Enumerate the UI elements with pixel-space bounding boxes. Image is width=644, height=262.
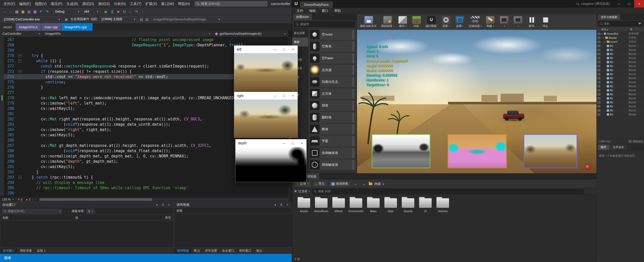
open-file-icon[interactable]: ▦	[20, 9, 26, 14]
step-out-icon[interactable]: ↑	[140, 9, 145, 14]
visibility-eye-icon[interactable]	[597, 49, 600, 51]
window-position-icon[interactable]: ▾	[155, 203, 159, 207]
panel-tab[interactable]: 异常设置	[203, 248, 220, 254]
play-options-button[interactable]: ▾	[499, 16, 509, 28]
drag-handle[interactable]	[352, 42, 354, 51]
panel-tab[interactable]: 世界大纲视图	[598, 14, 620, 20]
visibility-eye-icon[interactable]	[597, 73, 600, 75]
warning-count[interactable]: ▲ 3	[24, 198, 32, 201]
panel-tab[interactable]: 即时窗口	[237, 248, 254, 254]
column-header[interactable]: 类型	[163, 215, 173, 220]
expander-icon[interactable]: ▾	[603, 41, 606, 43]
panel-tab[interactable]: 监视 1	[34, 248, 48, 254]
visibility-eye-icon[interactable]	[597, 113, 600, 116]
pause-button[interactable]: 暂停	[527, 16, 537, 28]
content-search-input[interactable]: 搜索 内容	[312, 189, 584, 194]
drag-handle[interactable]	[352, 53, 354, 63]
folder-tile[interactable]: Vehicles	[435, 198, 451, 213]
outliner-row[interactable]: Blc Blockir	[597, 68, 644, 72]
menu-item[interactable]: 帮助(H)	[176, 0, 192, 8]
close-icon[interactable]: ×	[167, 203, 171, 206]
menu-item[interactable]: 生成(B)	[64, 0, 80, 8]
place-search-input[interactable]: 搜索类	[294, 21, 355, 27]
outliner-search-input[interactable]: 搜索...	[598, 21, 643, 26]
place-actor-item[interactable]: 立方体	[309, 88, 356, 99]
build-button[interactable]: 构建▾	[485, 16, 495, 28]
close-icon[interactable]: ×	[285, 203, 290, 206]
outliner-row[interactable]: Blc Blockir	[597, 92, 644, 96]
folder-tile[interactable]: Effects	[331, 198, 346, 213]
thread-select[interactable]: [23868] 主线程 ▾	[99, 17, 137, 22]
project-tab[interactable]: DesertRallyRace	[300, 2, 333, 8]
zoom-select[interactable]: 133 % ▾	[0, 197, 16, 202]
save-all-button[interactable]: 保存所有	[329, 181, 351, 187]
drag-handle[interactable]	[352, 65, 354, 75]
place-actor-item[interactable]: 空Pawn	[309, 53, 356, 64]
panel-tab[interactable]: 命令窗口	[220, 248, 237, 254]
visibility-eye-icon[interactable]	[597, 53, 600, 55]
place-category[interactable]: 基础	[292, 38, 308, 46]
window-titlebar[interactable]: depth ─ □ ×	[235, 139, 306, 147]
document-tab[interactable]: ImageAPIs.cpp	[61, 23, 93, 31]
undo-icon[interactable]: ↶	[38, 9, 44, 14]
close-icon[interactable]: ×	[634, 0, 644, 8]
drag-handle[interactable]	[352, 124, 354, 134]
place-actor-item[interactable]: 平面	[309, 136, 356, 147]
outliner-row[interactable]: Blc Blockir	[597, 88, 644, 92]
maximize-icon[interactable]: □	[288, 139, 297, 147]
place-actor-item[interactable]: 空Actor	[309, 29, 356, 40]
launch-button[interactable]: ▾	[513, 16, 523, 28]
tab-details[interactable]: 细节	[598, 144, 609, 150]
visibility-eye-icon[interactable]	[597, 37, 600, 39]
editor-horizontal-scrollbar[interactable]	[39, 198, 289, 201]
process-select[interactable]: [23336] CarController.exe ▾	[2, 17, 62, 22]
panel-tab[interactable]: 调用堆栈	[174, 248, 191, 254]
marketplace-button[interactable]: 虚幻商城	[425, 16, 437, 28]
error-count[interactable]: ⊗ 0	[16, 198, 24, 201]
lifecycle-events-icon[interactable]: ◉	[63, 17, 69, 22]
visibility-eye-icon[interactable]	[597, 105, 600, 108]
drag-handle[interactable]	[352, 30, 354, 39]
close-icon[interactable]: ×	[289, 46, 298, 53]
search-forward-icon[interactable]: ›	[68, 209, 70, 213]
folder-tile[interactable]: Maps	[366, 198, 381, 213]
outliner-row[interactable]: Blc Blockir	[597, 64, 644, 68]
column-header[interactable]: 值	[73, 215, 163, 220]
restart-icon[interactable]: ↻	[122, 9, 127, 14]
outliner-row[interactable]: Blc Blockir	[597, 96, 644, 100]
quick-search-input[interactable]: 搜索 (Ctrl+Q)	[194, 1, 267, 7]
drag-handle[interactable]	[352, 148, 354, 158]
modes-button[interactable]: 模式▾	[398, 16, 408, 28]
outliner-row[interactable]: Blc Blockir	[597, 84, 644, 88]
menu-item[interactable]: 视图(V)	[33, 0, 49, 8]
place-actor-item[interactable]: 球体	[309, 100, 356, 111]
outliner-row[interactable]: Blc Blockir	[597, 80, 644, 84]
column-header-label[interactable]: 标签 ▴	[597, 28, 629, 31]
game-viewport[interactable]: Speed: 0 m/sGear: 1RPM: 0Control Mode: K…	[357, 30, 596, 173]
visibility-eye-icon[interactable]	[597, 93, 600, 95]
project-dropdown[interactable]: CarController ▾	[0, 31, 43, 37]
drag-handle[interactable]	[352, 136, 354, 146]
column-header[interactable]: 名称	[174, 208, 292, 213]
menu-item[interactable]: 调试(D)	[80, 0, 96, 8]
pin-icon[interactable]: ⊼	[279, 203, 284, 207]
new-file-icon[interactable]: ▤	[14, 9, 20, 14]
place-actor-item[interactable]: 盒体触发器	[309, 147, 356, 158]
breadcrumb[interactable]: 内容 ▸	[369, 182, 385, 186]
outliner-row[interactable]: Blc Blockir	[597, 76, 644, 80]
navigate-back-icon[interactable]: ←	[2, 9, 8, 14]
minimize-icon[interactable]: ─	[270, 46, 279, 53]
maximize-icon[interactable]: □	[624, 0, 634, 8]
document-tab[interactable]: vector	[0, 23, 16, 31]
visibility-eye-icon[interactable]	[597, 81, 600, 83]
folder-tile[interactable]: Assets	[296, 198, 312, 213]
place-actor-item[interactable]: 空角色	[309, 41, 356, 52]
drag-handle[interactable]	[352, 113, 354, 122]
view-options-button[interactable]: 视图选项	[633, 140, 643, 143]
visibility-eye-icon[interactable]	[597, 69, 600, 71]
autos-search-input[interactable]: 搜索(Ctrl+E) ▾	[2, 209, 62, 214]
autos-grid[interactable]	[0, 220, 173, 248]
panel-tab[interactable]: 局部变量	[17, 248, 34, 254]
search-back-icon[interactable]: ‹	[64, 209, 66, 213]
fold-icon[interactable]: −	[18, 70, 21, 73]
